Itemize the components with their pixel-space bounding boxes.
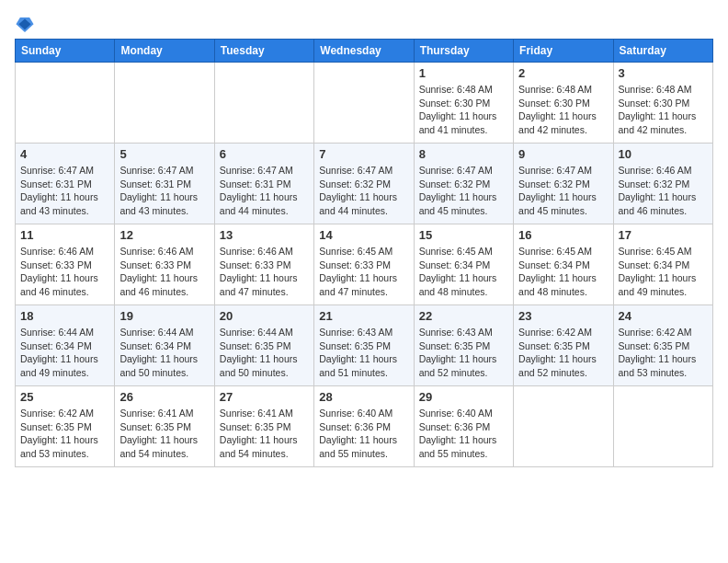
calendar-cell: 7Sunrise: 6:47 AM Sunset: 6:32 PM Daylig… (314, 144, 414, 224)
calendar-cell: 9Sunrise: 6:47 AM Sunset: 6:32 PM Daylig… (514, 144, 613, 224)
calendar-cell: 20Sunrise: 6:44 AM Sunset: 6:35 PM Dayli… (214, 305, 313, 386)
day-number: 11 (20, 228, 109, 242)
day-number: 17 (619, 228, 708, 242)
day-info: Sunrise: 6:45 AM Sunset: 6:33 PM Dayligh… (319, 245, 408, 299)
day-info: Sunrise: 6:46 AM Sunset: 6:33 PM Dayligh… (20, 245, 109, 299)
calendar-cell: 4Sunrise: 6:47 AM Sunset: 6:31 PM Daylig… (16, 144, 115, 224)
calendar-cell: 27Sunrise: 6:41 AM Sunset: 6:35 PM Dayli… (214, 386, 313, 467)
day-info: Sunrise: 6:47 AM Sunset: 6:32 PM Dayligh… (419, 164, 508, 218)
day-info: Sunrise: 6:44 AM Sunset: 6:34 PM Dayligh… (20, 326, 109, 380)
calendar-cell: 3Sunrise: 6:48 AM Sunset: 6:30 PM Daylig… (613, 63, 712, 144)
col-header-monday: Monday (115, 40, 214, 63)
day-number: 25 (20, 390, 109, 404)
calendar-cell: 12Sunrise: 6:46 AM Sunset: 6:33 PM Dayli… (115, 224, 214, 305)
col-header-saturday: Saturday (613, 40, 712, 63)
calendar-cell: 29Sunrise: 6:40 AM Sunset: 6:36 PM Dayli… (414, 386, 513, 467)
day-number: 12 (119, 228, 209, 242)
day-number: 24 (619, 309, 708, 323)
day-number: 3 (619, 66, 708, 80)
calendar-cell: 2Sunrise: 6:48 AM Sunset: 6:30 PM Daylig… (514, 63, 613, 144)
day-number: 2 (518, 66, 608, 80)
calendar-cell: 16Sunrise: 6:45 AM Sunset: 6:34 PM Dayli… (514, 224, 613, 305)
day-number: 7 (319, 147, 408, 161)
calendar-cell: 25Sunrise: 6:42 AM Sunset: 6:35 PM Dayli… (16, 386, 115, 467)
day-number: 8 (419, 147, 508, 161)
day-info: Sunrise: 6:45 AM Sunset: 6:34 PM Dayligh… (619, 245, 708, 299)
logo-icon (15, 15, 35, 35)
col-header-wednesday: Wednesday (314, 40, 414, 63)
day-number: 20 (220, 309, 309, 323)
day-info: Sunrise: 6:47 AM Sunset: 6:31 PM Dayligh… (119, 164, 209, 218)
day-number: 1 (419, 66, 508, 80)
calendar-cell (214, 63, 313, 144)
day-number: 29 (419, 390, 508, 404)
day-number: 27 (220, 390, 309, 404)
calendar-cell (613, 386, 712, 467)
calendar-cell: 13Sunrise: 6:46 AM Sunset: 6:33 PM Dayli… (214, 224, 313, 305)
calendar-cell: 5Sunrise: 6:47 AM Sunset: 6:31 PM Daylig… (115, 144, 214, 224)
day-info: Sunrise: 6:44 AM Sunset: 6:34 PM Dayligh… (119, 326, 209, 380)
day-number: 18 (20, 309, 109, 323)
calendar-cell: 1Sunrise: 6:48 AM Sunset: 6:30 PM Daylig… (414, 63, 513, 144)
calendar-cell: 22Sunrise: 6:43 AM Sunset: 6:35 PM Dayli… (414, 305, 513, 386)
calendar-cell: 18Sunrise: 6:44 AM Sunset: 6:34 PM Dayli… (16, 305, 115, 386)
day-info: Sunrise: 6:42 AM Sunset: 6:35 PM Dayligh… (20, 407, 109, 461)
calendar-cell: 23Sunrise: 6:42 AM Sunset: 6:35 PM Dayli… (514, 305, 613, 386)
page-header (15, 15, 713, 35)
day-info: Sunrise: 6:43 AM Sunset: 6:35 PM Dayligh… (419, 326, 508, 380)
calendar-cell: 10Sunrise: 6:46 AM Sunset: 6:32 PM Dayli… (613, 144, 712, 224)
calendar-cell: 26Sunrise: 6:41 AM Sunset: 6:35 PM Dayli… (115, 386, 214, 467)
calendar-cell (514, 386, 613, 467)
calendar-cell (314, 63, 414, 144)
col-header-sunday: Sunday (16, 40, 115, 63)
day-number: 13 (220, 228, 309, 242)
calendar-cell: 8Sunrise: 6:47 AM Sunset: 6:32 PM Daylig… (414, 144, 513, 224)
day-info: Sunrise: 6:46 AM Sunset: 6:33 PM Dayligh… (220, 245, 309, 299)
logo (15, 15, 39, 35)
calendar-cell (115, 63, 214, 144)
calendar-cell: 14Sunrise: 6:45 AM Sunset: 6:33 PM Dayli… (314, 224, 414, 305)
day-info: Sunrise: 6:40 AM Sunset: 6:36 PM Dayligh… (419, 407, 508, 461)
day-number: 5 (119, 147, 209, 161)
day-info: Sunrise: 6:43 AM Sunset: 6:35 PM Dayligh… (319, 326, 408, 380)
calendar-cell: 11Sunrise: 6:46 AM Sunset: 6:33 PM Dayli… (16, 224, 115, 305)
col-header-thursday: Thursday (414, 40, 513, 63)
day-number: 10 (619, 147, 708, 161)
day-number: 22 (419, 309, 508, 323)
day-number: 14 (319, 228, 408, 242)
day-number: 4 (20, 147, 109, 161)
day-info: Sunrise: 6:46 AM Sunset: 6:32 PM Dayligh… (619, 164, 708, 218)
calendar-cell: 6Sunrise: 6:47 AM Sunset: 6:31 PM Daylig… (214, 144, 313, 224)
day-info: Sunrise: 6:48 AM Sunset: 6:30 PM Dayligh… (419, 83, 508, 137)
day-number: 15 (419, 228, 508, 242)
calendar-cell: 28Sunrise: 6:40 AM Sunset: 6:36 PM Dayli… (314, 386, 414, 467)
day-info: Sunrise: 6:47 AM Sunset: 6:31 PM Dayligh… (220, 164, 309, 218)
calendar-table: SundayMondayTuesdayWednesdayThursdayFrid… (15, 39, 713, 467)
day-info: Sunrise: 6:46 AM Sunset: 6:33 PM Dayligh… (119, 245, 209, 299)
day-number: 9 (518, 147, 608, 161)
calendar-cell (16, 63, 115, 144)
calendar-cell: 24Sunrise: 6:42 AM Sunset: 6:35 PM Dayli… (613, 305, 712, 386)
day-number: 6 (220, 147, 309, 161)
day-info: Sunrise: 6:44 AM Sunset: 6:35 PM Dayligh… (220, 326, 309, 380)
day-number: 19 (119, 309, 209, 323)
day-info: Sunrise: 6:45 AM Sunset: 6:34 PM Dayligh… (419, 245, 508, 299)
day-info: Sunrise: 6:41 AM Sunset: 6:35 PM Dayligh… (220, 407, 309, 461)
day-info: Sunrise: 6:47 AM Sunset: 6:32 PM Dayligh… (518, 164, 608, 218)
calendar-cell: 19Sunrise: 6:44 AM Sunset: 6:34 PM Dayli… (115, 305, 214, 386)
col-header-friday: Friday (514, 40, 613, 63)
day-info: Sunrise: 6:48 AM Sunset: 6:30 PM Dayligh… (619, 83, 708, 137)
day-info: Sunrise: 6:47 AM Sunset: 6:31 PM Dayligh… (20, 164, 109, 218)
day-number: 23 (518, 309, 608, 323)
day-info: Sunrise: 6:45 AM Sunset: 6:34 PM Dayligh… (518, 245, 608, 299)
calendar-cell: 21Sunrise: 6:43 AM Sunset: 6:35 PM Dayli… (314, 305, 414, 386)
day-info: Sunrise: 6:41 AM Sunset: 6:35 PM Dayligh… (119, 407, 209, 461)
calendar-cell: 17Sunrise: 6:45 AM Sunset: 6:34 PM Dayli… (613, 224, 712, 305)
day-number: 28 (319, 390, 408, 404)
day-info: Sunrise: 6:48 AM Sunset: 6:30 PM Dayligh… (518, 83, 608, 137)
day-number: 16 (518, 228, 608, 242)
day-info: Sunrise: 6:47 AM Sunset: 6:32 PM Dayligh… (319, 164, 408, 218)
day-info: Sunrise: 6:42 AM Sunset: 6:35 PM Dayligh… (619, 326, 708, 380)
day-number: 26 (119, 390, 209, 404)
col-header-tuesday: Tuesday (214, 40, 313, 63)
